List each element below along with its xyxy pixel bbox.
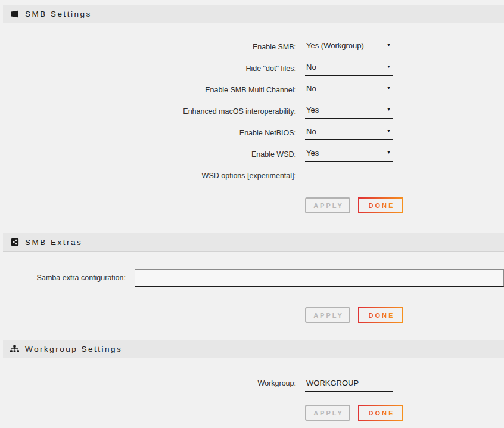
macos-interoperability-select[interactable]: Yes: [305, 106, 393, 119]
smb-settings-header: SMB Settings: [3, 5, 504, 23]
field-label: Hide "dot" files:: [0, 63, 296, 73]
top-spacer: [0, 0, 504, 5]
row-enable-smb: Enable SMB: Yes (Workgroup) ▼: [0, 41, 504, 54]
section-smb-settings: SMB Settings Enable SMB: Yes (Workgroup)…: [0, 5, 504, 233]
windows-icon: [10, 10, 19, 18]
done-button[interactable]: DONE: [358, 405, 403, 421]
field-label: Enable WSD:: [0, 148, 296, 159]
done-button[interactable]: DONE: [358, 307, 403, 323]
sitemap-icon: [10, 345, 19, 353]
hide-dot-files-select[interactable]: No: [305, 63, 393, 76]
share-icon: [10, 238, 19, 247]
row-hide-dot-files: Hide "dot" files: No ▼: [0, 63, 504, 76]
samba-extra-configuration-textarea[interactable]: [135, 269, 504, 287]
row-enable-netbios: Enable NetBIOS: No ▼: [0, 127, 504, 140]
row-enable-wsd: Enable WSD: Yes ▼: [0, 148, 504, 162]
workgroup-input[interactable]: [305, 379, 393, 392]
section-title: SMB Settings: [25, 10, 92, 18]
field-label: Workgroup:: [0, 377, 296, 388]
done-button[interactable]: DONE: [358, 197, 403, 213]
field-label: Enable SMB:: [0, 41, 296, 52]
section-title: Workgroup Settings: [25, 345, 122, 353]
done-button-label: DONE: [367, 202, 395, 209]
section-workgroup-settings: Workgroup Settings Workgroup: APPLY DONE: [0, 340, 504, 421]
enable-smb-select[interactable]: Yes (Workgroup): [305, 41, 393, 54]
field-label: Enhanced macOS interoperability:: [0, 106, 296, 116]
workgroup-settings-actions: APPLY DONE: [305, 405, 504, 421]
row-samba-extra-configuration: Samba extra configuration:: [0, 269, 504, 289]
done-button-label: DONE: [367, 410, 395, 417]
row-macos-interoperability: Enhanced macOS interoperability: Yes ▼: [0, 106, 504, 119]
smb-extras-actions: APPLY DONE: [305, 307, 504, 323]
apply-button[interactable]: APPLY: [305, 197, 350, 213]
smb-multi-channel-select[interactable]: No: [305, 84, 393, 97]
row-workgroup: Workgroup:: [0, 377, 504, 392]
workgroup-settings-header: Workgroup Settings: [3, 340, 504, 358]
field-label: Enable SMB Multi Channel:: [0, 84, 296, 95]
done-button-label: DONE: [367, 312, 395, 319]
wsd-options-input[interactable]: [305, 171, 393, 184]
row-smb-multi-channel: Enable SMB Multi Channel: No ▼: [0, 84, 504, 97]
field-label: Samba extra configuration:: [0, 269, 126, 283]
row-wsd-options: WSD options [experimental]:: [0, 170, 504, 184]
enable-wsd-select[interactable]: Yes: [305, 148, 393, 162]
field-label: Enable NetBIOS:: [0, 127, 296, 138]
smb-extras-header: SMB Extras: [3, 233, 504, 252]
apply-button[interactable]: APPLY: [305, 405, 350, 421]
section-title: SMB Extras: [25, 238, 82, 247]
enable-netbios-select[interactable]: No: [305, 127, 393, 140]
smb-settings-actions: APPLY DONE: [305, 197, 504, 213]
apply-button[interactable]: APPLY: [305, 307, 350, 323]
section-smb-extras: SMB Extras Samba extra configuration: AP…: [0, 233, 504, 340]
field-label: WSD options [experimental]:: [0, 170, 296, 181]
